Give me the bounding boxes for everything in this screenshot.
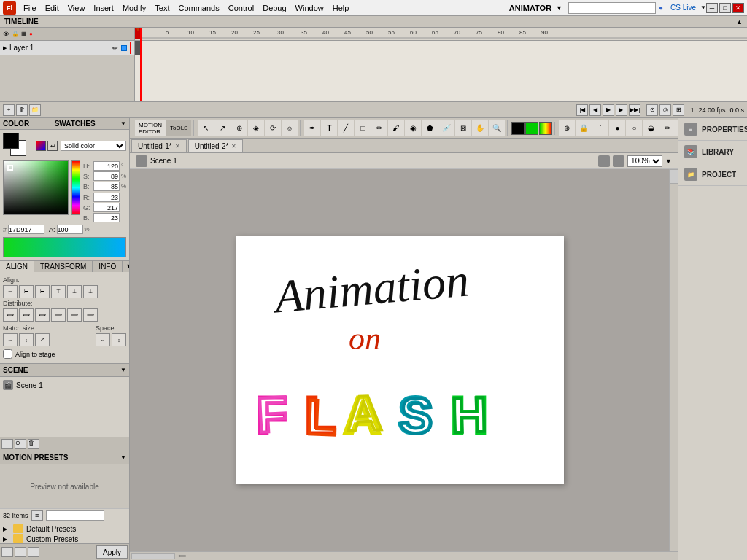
- menu-control[interactable]: Control: [224, 2, 258, 14]
- align-bottom-btn[interactable]: ⊥: [83, 285, 98, 298]
- gradient-tool[interactable]: ◈: [248, 120, 264, 136]
- motion-editor-tab[interactable]: MOTION EDITOR: [135, 120, 166, 136]
- tab-untitled1[interactable]: Untitled-1* ✕: [131, 139, 187, 152]
- properties-panel-btn[interactable]: ≡ PROPERTIES: [678, 118, 747, 141]
- color-type-select[interactable]: Solid color: [61, 141, 126, 151]
- options-btn-5[interactable]: ○: [626, 120, 642, 136]
- folder-toggle[interactable]: ▶: [3, 526, 10, 532]
- pen-tool[interactable]: ✒: [304, 120, 320, 136]
- delete-preset-button[interactable]: [15, 547, 26, 557]
- b2-input[interactable]: [93, 213, 120, 222]
- tab-untitled2[interactable]: Untitled-2* ✕: [188, 139, 244, 152]
- r-input[interactable]: [93, 192, 120, 202]
- tab-info[interactable]: INFO: [93, 261, 123, 272]
- zoom-tool[interactable]: 🔍: [489, 120, 505, 136]
- dist-bottom-btn[interactable]: ⟹: [83, 308, 98, 322]
- play-button[interactable]: ▶: [603, 104, 614, 116]
- save-preset-button[interactable]: [28, 547, 39, 557]
- menu-commands[interactable]: Commands: [174, 2, 223, 14]
- dist-left-btn[interactable]: ⟺: [3, 308, 18, 322]
- dist-right-btn[interactable]: ⟺: [35, 308, 50, 322]
- search-input[interactable]: [568, 2, 656, 14]
- next-frame-button[interactable]: ▶|: [616, 104, 627, 116]
- minimize-button[interactable]: ─: [706, 3, 718, 13]
- color-gradient-picker[interactable]: [3, 160, 69, 215]
- align-to-stage-checkbox[interactable]: [3, 349, 12, 359]
- play-end-button[interactable]: ▶▶|: [629, 104, 640, 116]
- default-presets-folder[interactable]: ▶ Default Presets: [1, 524, 128, 534]
- play-rewind-button[interactable]: |◀: [576, 104, 588, 116]
- tab1-close[interactable]: ✕: [175, 143, 180, 149]
- swap-colors-icon[interactable]: [36, 141, 46, 151]
- match-w-btn[interactable]: ↔: [3, 333, 18, 346]
- align-left-btn[interactable]: ⊣: [3, 285, 18, 298]
- align-top-btn[interactable]: ⊤: [51, 285, 66, 298]
- apply-preset-button[interactable]: Apply: [96, 545, 128, 559]
- match-both-btn[interactable]: ⤢: [35, 333, 50, 346]
- dist-top-btn[interactable]: ⟹: [51, 308, 66, 322]
- eyedropper-tool[interactable]: 💉: [438, 120, 454, 136]
- presets-search-input[interactable]: [46, 510, 104, 521]
- dist-center-h-btn[interactable]: ⟺: [19, 308, 34, 322]
- spray-tool[interactable]: ◉: [405, 120, 421, 136]
- line-tool[interactable]: ╱: [338, 120, 354, 136]
- restore-button[interactable]: □: [719, 3, 731, 13]
- scene-panel-collapse[interactable]: ▼: [120, 367, 126, 373]
- delete-layer-button[interactable]: 🗑: [16, 104, 28, 116]
- reset-colors-icon[interactable]: ↩: [47, 141, 58, 151]
- subselect-tool[interactable]: ↗: [214, 120, 231, 136]
- pencil-tool[interactable]: ✏: [371, 120, 387, 136]
- library-panel-btn[interactable]: 📚 LIBRARY: [678, 141, 747, 163]
- menu-debug[interactable]: Debug: [258, 2, 290, 14]
- preset-options-icon[interactable]: ≡: [31, 510, 43, 521]
- delete-scene-button[interactable]: 🗑: [28, 439, 39, 449]
- swap-colors-btn[interactable]: [539, 122, 552, 135]
- rect-tool[interactable]: □: [355, 120, 371, 136]
- h-input[interactable]: [93, 161, 120, 171]
- space-h-btn[interactable]: ↔: [96, 333, 110, 346]
- close-button[interactable]: ✕: [732, 3, 744, 13]
- menu-view[interactable]: View: [63, 2, 90, 14]
- new-folder-button[interactable]: 📁: [29, 104, 41, 116]
- options-btn-6[interactable]: ◒: [643, 120, 659, 136]
- edit-multiple-button[interactable]: ⊞: [673, 104, 684, 116]
- scene-item-1[interactable]: 🎬 Scene 1: [1, 378, 128, 392]
- s-input[interactable]: [93, 171, 120, 181]
- hex-input[interactable]: [8, 225, 44, 234]
- dist-center-v-btn[interactable]: ⟹: [67, 308, 82, 322]
- tools-tab[interactable]: ToOLS: [166, 120, 191, 136]
- custom-presets-folder[interactable]: ▶ Custom Presets: [1, 534, 128, 543]
- free-transform-tool[interactable]: ⊕: [231, 120, 247, 136]
- brush-tool[interactable]: 🖌: [388, 120, 404, 136]
- scrollbar-thumb-h[interactable]: [131, 553, 175, 559]
- g-input[interactable]: [93, 203, 120, 212]
- tab-align[interactable]: ALIGN: [0, 261, 34, 272]
- fill-color-btn[interactable]: [525, 122, 538, 135]
- menu-help[interactable]: Help: [328, 2, 354, 14]
- cs-live-label[interactable]: CS Live: [670, 4, 696, 12]
- layer-row[interactable]: ▶ Layer 1 ✏: [0, 41, 134, 55]
- options-btn-3[interactable]: ⋮: [592, 120, 608, 136]
- 3d-rotate-tool[interactable]: ⟳: [265, 120, 281, 136]
- onion-skin-button[interactable]: ⊙: [646, 104, 658, 116]
- prev-frame-button[interactable]: ◀: [589, 104, 601, 116]
- alpha-input[interactable]: [57, 225, 83, 234]
- options-btn-4[interactable]: ●: [609, 120, 625, 136]
- fg-bg-swatches[interactable]: [3, 133, 7, 159]
- hue-slider[interactable]: [71, 160, 80, 215]
- vertical-scrollbar[interactable]: [669, 169, 678, 551]
- zoom-chevron[interactable]: ▼: [665, 158, 672, 165]
- scrollbar-thumb-v[interactable]: [670, 169, 678, 184]
- color-panel-collapse[interactable]: ▼: [120, 120, 126, 127]
- options-btn-1[interactable]: ⊕: [559, 120, 575, 136]
- menu-file[interactable]: File: [19, 2, 41, 14]
- dropdown-arrow[interactable]: ▼: [556, 4, 562, 12]
- zoom-select[interactable]: 100% 50% 150% 200%: [627, 155, 662, 167]
- add-layer-button[interactable]: +: [3, 104, 15, 116]
- align-center-v-btn[interactable]: ⊥: [67, 285, 82, 298]
- add-scene-button[interactable]: +: [1, 439, 13, 449]
- select-tool[interactable]: ↖: [198, 120, 214, 136]
- horizontal-scrollbar[interactable]: ⟺: [130, 551, 678, 560]
- onion-outlines-button[interactable]: ◎: [659, 104, 671, 116]
- copy-scene-button[interactable]: ⊕: [15, 439, 26, 449]
